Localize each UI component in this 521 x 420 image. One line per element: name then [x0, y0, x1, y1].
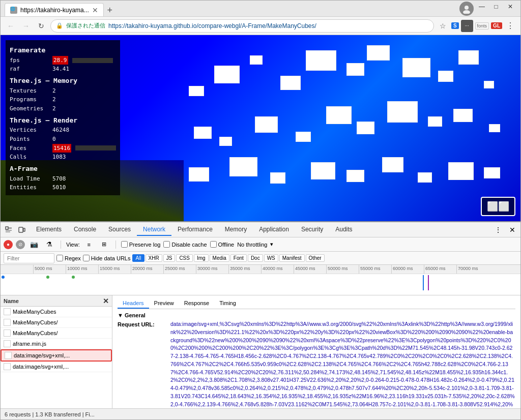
- loadtime-row: Load Time 5708: [10, 174, 116, 184]
- cube: [448, 162, 474, 180]
- general-section-title: ▼ General: [118, 312, 515, 318]
- back-button[interactable]: ←: [5, 20, 17, 32]
- tab-security[interactable]: Security: [295, 224, 329, 236]
- detail-tab-timing[interactable]: Timing: [214, 298, 241, 309]
- preserve-log-label[interactable]: Preserve log: [121, 241, 161, 248]
- close-detail-button[interactable]: ✕: [103, 297, 109, 305]
- address-input[interactable]: 🔒 保護された通信 https://takahiro-kuyama.github…: [50, 19, 434, 33]
- svg-rect-7: [23, 228, 25, 231]
- filter-type-other[interactable]: Other: [306, 254, 325, 262]
- timeline-dot-2: [46, 276, 49, 279]
- filter-type-js[interactable]: JS: [163, 254, 176, 262]
- tab-network[interactable]: Network: [137, 224, 171, 236]
- forward-button[interactable]: →: [20, 20, 32, 32]
- secure-label: 保護された通信: [66, 22, 105, 29]
- cube: [189, 167, 209, 182]
- filter-type-css[interactable]: CSS: [176, 254, 193, 262]
- reload-button[interactable]: ↻: [35, 20, 47, 32]
- preserve-log-text: Preserve log: [129, 242, 161, 248]
- ext-gl-badge[interactable]: GL: [491, 22, 502, 29]
- detail-tab-preview[interactable]: Preview: [149, 298, 179, 309]
- list-view-button[interactable]: ≡: [83, 238, 95, 251]
- request-item[interactable]: data:image/svg+xml,...: [1, 362, 112, 372]
- request-item[interactable]: MakeManyCubes/: [1, 317, 112, 328]
- throttling-chevron[interactable]: ▾: [270, 241, 273, 248]
- filter-button[interactable]: ⚗: [43, 238, 55, 251]
- tab-audits[interactable]: Audits: [329, 224, 358, 236]
- tab-console[interactable]: Console: [68, 224, 102, 236]
- timeline-dot: [2, 276, 5, 279]
- timeline-tick: 25000 ms: [163, 265, 185, 274]
- offline-checkbox[interactable]: [210, 241, 217, 248]
- filter-type-ws[interactable]: WS: [264, 254, 278, 262]
- detail-panel[interactable]: Headers Preview Response Timing ▼ Genera…: [112, 295, 520, 408]
- offline-text: Offline: [218, 242, 235, 248]
- vr-button[interactable]: ⬜⬜: [481, 197, 515, 216]
- faces-row: Faces 15416: [10, 144, 116, 153]
- tab-application[interactable]: Application: [253, 224, 295, 236]
- request-url-row: Request URL: data:image/svg+xml,%3Csvg%2…: [118, 320, 515, 408]
- tab-close-button[interactable]: ✕: [92, 6, 98, 14]
- ext-s-badge[interactable]: S: [451, 22, 459, 29]
- minimize-button[interactable]: —: [476, 2, 488, 12]
- cube: [255, 116, 278, 133]
- fonts-button[interactable]: fonts: [475, 22, 489, 29]
- geometries-value: 2: [52, 104, 56, 113]
- maximize-button[interactable]: □: [490, 2, 502, 12]
- secure-icon: 🔒: [56, 22, 63, 29]
- device-toolbar-button[interactable]: [16, 224, 28, 236]
- customize-devtools-button[interactable]: ⋮: [492, 224, 504, 236]
- toolbar-separator-2: [115, 241, 116, 249]
- profile-icon[interactable]: [459, 2, 474, 16]
- menu-button[interactable]: ⋮: [504, 20, 516, 32]
- preserve-log-checkbox[interactable]: [121, 241, 128, 248]
- camera-button[interactable]: 📷: [28, 238, 40, 251]
- close-button[interactable]: ✕: [504, 2, 516, 12]
- hide-data-urls-checkbox[interactable]: [83, 255, 90, 261]
- request-url-label: Request URL:: [118, 320, 168, 408]
- request-item[interactable]: aframe.min.js: [1, 339, 112, 349]
- large-view-button[interactable]: ⊞: [98, 238, 110, 251]
- disable-cache-checkbox[interactable]: [163, 241, 170, 248]
- new-tab-button[interactable]: +: [104, 4, 116, 16]
- cube: [326, 106, 352, 124]
- ext-button[interactable]: ···: [461, 20, 473, 32]
- cube: [458, 50, 479, 65]
- record-button[interactable]: ●: [4, 240, 13, 249]
- raf-row: raf 34.41: [10, 65, 116, 74]
- disable-cache-label[interactable]: Disable cache: [163, 241, 207, 248]
- filter-type-all[interactable]: All: [132, 254, 144, 262]
- request-item[interactable]: data:image/svg+xml,...: [1, 349, 112, 362]
- clear-button[interactable]: ⊘: [16, 240, 25, 249]
- cube: [214, 66, 240, 83]
- detail-tab-response[interactable]: Response: [179, 298, 215, 309]
- filter-type-xhr[interactable]: XHR: [146, 254, 162, 262]
- filter-type-font[interactable]: Font: [230, 254, 247, 262]
- timeline-bar-2: [428, 275, 429, 290]
- cube: [453, 109, 473, 122]
- tab-elements[interactable]: Elements: [30, 224, 68, 236]
- filter-type-img[interactable]: Img: [194, 254, 209, 262]
- offline-label[interactable]: Offline: [210, 241, 235, 248]
- raf-value: 34.41: [52, 65, 69, 74]
- regex-checkbox[interactable]: [56, 255, 63, 261]
- browser-tab[interactable]: 🌐 https://takahiro-kuyama... ✕: [5, 3, 104, 16]
- tab-performance[interactable]: Performance: [171, 224, 219, 236]
- filter-type-doc[interactable]: Doc: [248, 254, 263, 262]
- tab-sources[interactable]: Sources: [102, 224, 137, 236]
- bookmark-button[interactable]: ☆: [437, 20, 449, 32]
- devtools-tabs: Elements Console Sources Network Perform…: [1, 222, 520, 237]
- detail-tab-headers[interactable]: Headers: [118, 298, 149, 309]
- regex-label[interactable]: Regex: [56, 255, 81, 261]
- inspect-element-button[interactable]: [3, 224, 15, 236]
- close-devtools-button[interactable]: ✕: [506, 224, 518, 236]
- address-bar: ← → ↻ 🔒 保護された通信 https://takahiro-kuyama.…: [1, 17, 520, 35]
- request-item[interactable]: MakeManyCubes/: [1, 328, 112, 339]
- filter-input[interactable]: [4, 253, 54, 263]
- cube: [194, 127, 212, 139]
- hide-data-urls-label[interactable]: Hide data URLs: [83, 255, 131, 261]
- tab-memory[interactable]: Memory: [219, 224, 253, 236]
- request-item[interactable]: MakeManyCubes: [1, 307, 112, 317]
- filter-type-manifest[interactable]: Manifest: [279, 254, 305, 262]
- filter-type-media[interactable]: Media: [210, 254, 229, 262]
